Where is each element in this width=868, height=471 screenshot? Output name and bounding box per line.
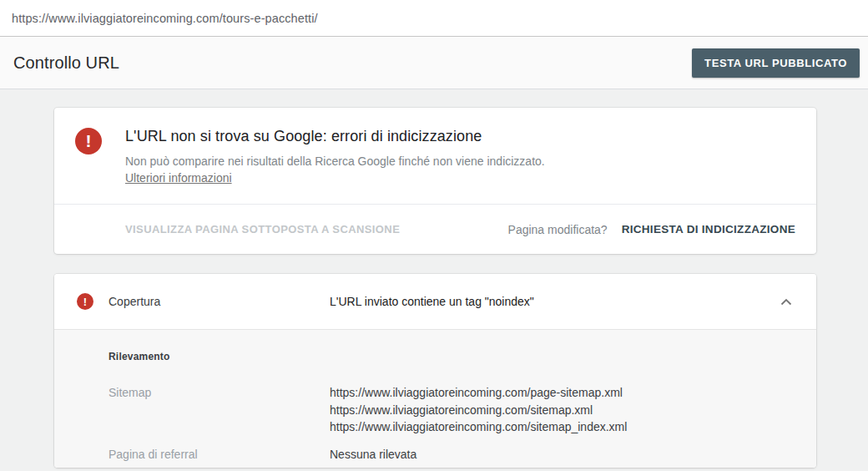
status-actions-row: VISUALIZZA PAGINA SOTTOPOSTA A SCANSIONE… — [54, 205, 816, 254]
error-icon-glyph: ! — [86, 131, 92, 151]
error-icon-glyph: ! — [83, 296, 87, 308]
sitemap-url: https://www.ilviaggiatoreincoming.com/si… — [330, 402, 627, 419]
page-title: Controllo URL — [13, 53, 119, 73]
page-header: Controllo URL TESTA URL PUBBLICATO — [0, 37, 868, 89]
error-icon: ! — [77, 293, 93, 310]
sitemap-url: https://www.ilviaggiatoreincoming.com/si… — [330, 418, 627, 436]
chevron-up-icon[interactable] — [780, 295, 793, 308]
status-title: L'URL non si trova su Google: errori di … — [125, 128, 545, 145]
sitemap-url: https://www.ilviaggiatoreincoming.com/pa… — [330, 384, 627, 402]
test-live-url-button[interactable]: TESTA URL PUBBLICATO — [692, 48, 860, 78]
coverage-title: Copertura — [108, 295, 160, 308]
learn-more-link[interactable]: Ulteriori informazioni — [125, 170, 232, 186]
status-description: Non può comparire nei risultati della Ri… — [125, 153, 545, 170]
status-texts: L'URL non si trova su Google: errori di … — [125, 128, 545, 186]
request-indexing-button[interactable]: RICHIESTA DI INDICIZZAZIONE — [622, 223, 795, 236]
error-icon: ! — [75, 128, 102, 154]
coverage-label-group: ! Copertura — [77, 293, 330, 310]
sitemap-label: Sitemap — [108, 384, 330, 436]
coverage-detail-section: Rilevamento Sitemap https://www.ilviaggi… — [54, 329, 816, 468]
referral-page-label: Pagina di referral — [108, 446, 330, 463]
page-changed-label: Pagina modificata? — [508, 223, 608, 236]
indexing-status-card: ! L'URL non si trova su Google: errori d… — [54, 108, 816, 254]
sitemap-values: https://www.ilviaggiatoreincoming.com/pa… — [330, 384, 627, 436]
referral-page-row: Pagina di referral Nessuna rilevata — [108, 446, 796, 463]
inspected-url[interactable]: https://www.ilviaggiatoreincoming.com/to… — [12, 12, 318, 25]
sitemap-row: Sitemap https://www.ilviaggiatoreincomin… — [108, 384, 796, 436]
coverage-status-text: L'URL inviato contiene un tag "noindex" — [330, 295, 780, 308]
actions-right-group: Pagina modificata? RICHIESTA DI INDICIZZ… — [508, 223, 795, 236]
content-area: ! L'URL non si trova su Google: errori d… — [0, 89, 868, 468]
discovery-section-title: Rilevamento — [108, 351, 796, 362]
view-crawled-page-button[interactable]: VISUALIZZA PAGINA SOTTOPOSTA A SCANSIONE — [125, 223, 400, 236]
referral-page-value: Nessuna rilevata — [330, 446, 416, 463]
coverage-card: ! Copertura L'URL inviato contiene un ta… — [54, 274, 816, 468]
status-card-top: ! L'URL non si trova su Google: errori d… — [54, 108, 816, 204]
url-inspection-bar[interactable]: https://www.ilviaggiatoreincoming.com/to… — [0, 0, 868, 37]
coverage-header-row[interactable]: ! Copertura L'URL inviato contiene un ta… — [54, 274, 816, 329]
